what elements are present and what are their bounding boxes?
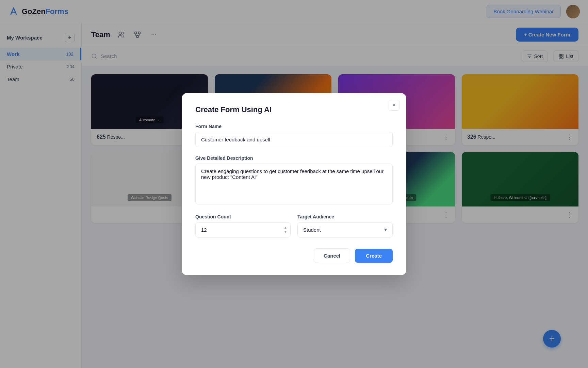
description-label: Give Detailed Description (195, 155, 393, 161)
target-audience-group: Target Audience Student Professional Bus… (297, 214, 393, 237)
form-name-group: Form Name (195, 124, 393, 147)
description-textarea[interactable]: Create engaging questions to get custome… (195, 164, 393, 204)
form-name-label: Form Name (195, 124, 393, 129)
number-stepper[interactable]: ▲ ▼ (284, 226, 287, 234)
question-count-wrapper: ▲ ▼ (195, 222, 291, 237)
target-audience-select[interactable]: Student Professional Business Owner Gene… (297, 222, 393, 237)
create-form-modal: Create Form Using AI × Form Name Give De… (182, 93, 406, 275)
question-count-group: Question Count ▲ ▼ (195, 214, 291, 237)
question-count-label: Question Count (195, 214, 291, 219)
description-group: Give Detailed Description Create engagin… (195, 155, 393, 206)
form-name-input[interactable] (195, 132, 393, 147)
question-count-input[interactable] (195, 222, 291, 237)
target-audience-wrapper: Student Professional Business Owner Gene… (297, 222, 393, 237)
modal-actions: Cancel Create (195, 248, 393, 263)
target-audience-label: Target Audience (297, 214, 393, 219)
form-options-row: Question Count ▲ ▼ Target Audience Stude… (195, 214, 393, 237)
create-button[interactable]: Create (355, 249, 393, 263)
cancel-button[interactable]: Cancel (314, 248, 350, 263)
modal-title: Create Form Using AI (195, 105, 393, 114)
modal-close-button[interactable]: × (389, 100, 399, 111)
modal-overlay: Create Form Using AI × Form Name Give De… (0, 0, 588, 368)
